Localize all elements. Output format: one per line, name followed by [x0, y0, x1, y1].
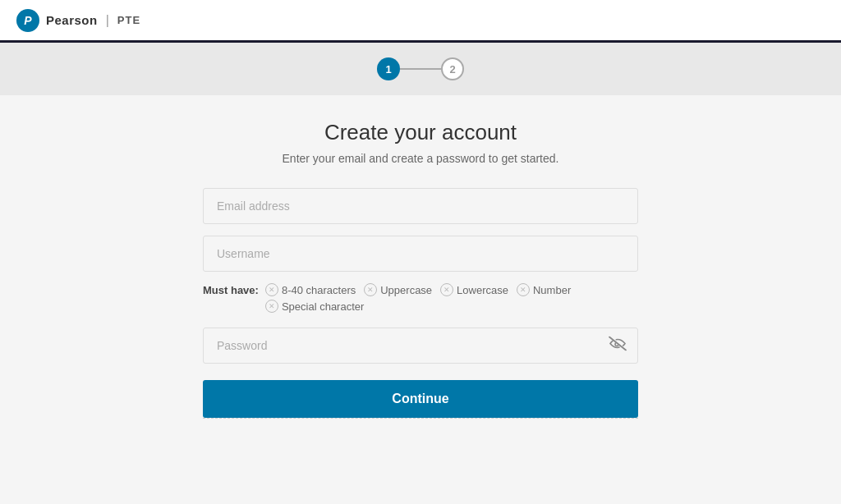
req-special-text: Special character [282, 300, 364, 313]
step-2: 2 [441, 57, 464, 80]
logo: P Pearson | PTE [16, 9, 140, 32]
req-number: ✕ Number [517, 283, 571, 296]
continue-button[interactable]: Continue [203, 380, 638, 418]
toggle-password-icon[interactable] [609, 337, 627, 355]
req-number-icon: ✕ [517, 283, 530, 296]
steps-container: 1 2 [377, 57, 464, 80]
req-uppercase: ✕ Uppercase [364, 283, 432, 296]
progress-bar-section: 1 2 [0, 43, 841, 95]
main-content: Create your account Enter your email and… [0, 95, 841, 435]
form-bottom-border [203, 418, 638, 419]
logo-product: PTE [117, 14, 140, 26]
step-connector [400, 68, 441, 70]
app-header: P Pearson | PTE [0, 0, 841, 43]
password-field[interactable] [203, 328, 638, 364]
email-field[interactable] [203, 188, 638, 224]
logo-brand: Pearson [46, 13, 98, 27]
form-container: Must have: ✕ 8-40 characters ✕ Uppercase… [203, 188, 638, 418]
must-have-row-2: Must have: ✕ Special character [203, 300, 638, 313]
logo-icon: P [16, 9, 39, 32]
username-field[interactable] [203, 236, 638, 272]
req-chars-text: 8-40 characters [282, 284, 356, 296]
req-lower-text: Lowercase [457, 284, 508, 296]
req-special: ✕ Special character [265, 300, 364, 313]
req-lower-icon: ✕ [440, 283, 453, 296]
page-subtitle: Enter your email and create a password t… [283, 152, 559, 165]
req-upper-icon: ✕ [364, 283, 377, 296]
page-title: Create your account [324, 120, 517, 145]
must-have-label: Must have: [203, 284, 259, 296]
password-wrapper [203, 328, 638, 364]
req-upper-text: Uppercase [380, 284, 432, 296]
req-lowercase: ✕ Lowercase [440, 283, 508, 296]
req-special-icon: ✕ [265, 300, 278, 313]
req-characters: ✕ 8-40 characters [265, 283, 356, 296]
req-chars-icon: ✕ [265, 283, 278, 296]
must-have-section: Must have: ✕ 8-40 characters ✕ Uppercase… [203, 283, 638, 316]
must-have-row-1: Must have: ✕ 8-40 characters ✕ Uppercase… [203, 283, 638, 296]
logo-divider: | [106, 13, 109, 28]
step-1: 1 [377, 57, 400, 80]
req-number-text: Number [533, 284, 571, 296]
